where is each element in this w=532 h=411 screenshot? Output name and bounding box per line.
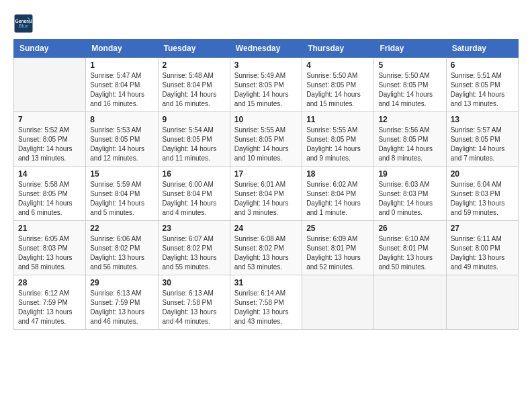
- day-info: Sunrise: 5:49 AMSunset: 8:05 PMDaylight:…: [234, 71, 298, 109]
- day-number: 10: [234, 115, 298, 124]
- calendar-cell: [374, 275, 446, 330]
- weekday-header: Sunday: [14, 40, 86, 58]
- day-info: Sunrise: 6:13 AMSunset: 7:59 PMDaylight:…: [90, 289, 153, 326]
- day-number: 11: [306, 115, 369, 124]
- day-number: 3: [234, 60, 298, 70]
- header-row: SundayMondayTuesdayWednesdayThursdayFrid…: [14, 40, 519, 58]
- calendar-cell: 23Sunrise: 6:07 AMSunset: 8:02 PMDayligh…: [158, 221, 230, 275]
- calendar-cell: 8Sunrise: 5:53 AMSunset: 8:05 PMDaylight…: [86, 112, 158, 167]
- day-number: 9: [163, 115, 226, 124]
- calendar-cell: 2Sunrise: 5:48 AMSunset: 8:04 PMDaylight…: [158, 58, 230, 112]
- weekday-header: Monday: [86, 40, 158, 58]
- day-number: 28: [18, 278, 81, 287]
- calendar-week-row: 1Sunrise: 5:47 AMSunset: 8:04 PMDaylight…: [14, 58, 519, 112]
- day-info: Sunrise: 6:13 AMSunset: 7:58 PMDaylight:…: [163, 289, 226, 326]
- day-info: Sunrise: 5:54 AMSunset: 8:05 PMDaylight:…: [163, 126, 226, 163]
- day-info: Sunrise: 5:53 AMSunset: 8:05 PMDaylight:…: [90, 126, 153, 163]
- day-number: 25: [306, 224, 369, 233]
- day-number: 4: [306, 60, 369, 70]
- day-number: 14: [18, 169, 81, 179]
- svg-text:Blue: Blue: [19, 24, 29, 28]
- day-info: Sunrise: 5:52 AMSunset: 8:05 PMDaylight:…: [18, 126, 81, 163]
- day-number: 22: [90, 224, 153, 233]
- day-info: Sunrise: 5:58 AMSunset: 8:05 PMDaylight:…: [18, 180, 81, 218]
- weekday-header: Friday: [374, 40, 446, 58]
- day-info: Sunrise: 6:03 AMSunset: 8:03 PMDaylight:…: [378, 180, 441, 218]
- weekday-header: Wednesday: [230, 40, 302, 58]
- page-header: General Blue: [13, 13, 519, 34]
- day-info: Sunrise: 6:04 AMSunset: 8:03 PMDaylight:…: [451, 180, 514, 218]
- calendar-cell: [302, 275, 374, 330]
- day-number: 29: [90, 278, 153, 287]
- calendar-cell: 10Sunrise: 5:55 AMSunset: 8:05 PMDayligh…: [230, 112, 302, 167]
- calendar-cell: 27Sunrise: 6:11 AMSunset: 8:00 PMDayligh…: [446, 221, 518, 275]
- calendar-cell: 3Sunrise: 5:49 AMSunset: 8:05 PMDaylight…: [230, 58, 302, 112]
- calendar-cell: 4Sunrise: 5:50 AMSunset: 8:05 PMDaylight…: [302, 58, 374, 112]
- calendar-cell: 30Sunrise: 6:13 AMSunset: 7:58 PMDayligh…: [158, 275, 230, 330]
- logo-icon: General Blue: [13, 13, 34, 34]
- day-info: Sunrise: 5:57 AMSunset: 8:05 PMDaylight:…: [451, 126, 514, 163]
- day-number: 8: [90, 115, 153, 124]
- day-number: 24: [234, 224, 298, 233]
- day-number: 13: [451, 115, 514, 124]
- day-info: Sunrise: 5:59 AMSunset: 8:04 PMDaylight:…: [90, 180, 153, 218]
- calendar-cell: 31Sunrise: 6:14 AMSunset: 7:58 PMDayligh…: [230, 275, 302, 330]
- day-info: Sunrise: 6:08 AMSunset: 8:02 PMDaylight:…: [234, 234, 298, 272]
- calendar-cell: 5Sunrise: 5:50 AMSunset: 8:05 PMDaylight…: [374, 58, 446, 112]
- day-number: 27: [451, 224, 514, 233]
- calendar-cell: 14Sunrise: 5:58 AMSunset: 8:05 PMDayligh…: [14, 167, 86, 221]
- day-number: 1: [90, 60, 153, 70]
- weekday-header: Thursday: [302, 40, 374, 58]
- day-number: 30: [163, 278, 226, 287]
- day-number: 7: [18, 115, 81, 124]
- day-number: 17: [234, 169, 298, 179]
- day-info: Sunrise: 5:51 AMSunset: 8:05 PMDaylight:…: [451, 71, 514, 109]
- calendar-cell: 15Sunrise: 5:59 AMSunset: 8:04 PMDayligh…: [86, 167, 158, 221]
- day-number: 12: [378, 115, 441, 124]
- day-info: Sunrise: 6:01 AMSunset: 8:04 PMDaylight:…: [234, 180, 298, 218]
- day-number: 19: [378, 169, 441, 179]
- day-number: 20: [451, 169, 514, 179]
- calendar-cell: [446, 275, 518, 330]
- day-number: 21: [18, 224, 81, 233]
- day-number: 5: [378, 60, 441, 70]
- calendar-cell: 18Sunrise: 6:02 AMSunset: 8:04 PMDayligh…: [302, 167, 374, 221]
- calendar-cell: 17Sunrise: 6:01 AMSunset: 8:04 PMDayligh…: [230, 167, 302, 221]
- day-info: Sunrise: 6:05 AMSunset: 8:03 PMDaylight:…: [18, 234, 81, 272]
- calendar-week-row: 7Sunrise: 5:52 AMSunset: 8:05 PMDaylight…: [14, 112, 519, 167]
- calendar-body: 1Sunrise: 5:47 AMSunset: 8:04 PMDaylight…: [14, 58, 519, 330]
- day-info: Sunrise: 6:14 AMSunset: 7:58 PMDaylight:…: [234, 289, 298, 326]
- day-info: Sunrise: 5:55 AMSunset: 8:05 PMDaylight:…: [234, 126, 298, 163]
- day-info: Sunrise: 6:07 AMSunset: 8:02 PMDaylight:…: [163, 234, 226, 272]
- calendar-cell: 29Sunrise: 6:13 AMSunset: 7:59 PMDayligh…: [86, 275, 158, 330]
- day-info: Sunrise: 6:00 AMSunset: 8:04 PMDaylight:…: [163, 180, 226, 218]
- calendar-cell: 28Sunrise: 6:12 AMSunset: 7:59 PMDayligh…: [14, 275, 86, 330]
- weekday-header: Saturday: [446, 40, 518, 58]
- day-info: Sunrise: 5:50 AMSunset: 8:05 PMDaylight:…: [306, 71, 369, 109]
- calendar-cell: 6Sunrise: 5:51 AMSunset: 8:05 PMDaylight…: [446, 58, 518, 112]
- calendar-cell: 26Sunrise: 6:10 AMSunset: 8:01 PMDayligh…: [374, 221, 446, 275]
- day-number: 6: [451, 60, 514, 70]
- calendar-cell: 22Sunrise: 6:06 AMSunset: 8:02 PMDayligh…: [86, 221, 158, 275]
- day-number: 15: [90, 169, 153, 179]
- day-info: Sunrise: 6:06 AMSunset: 8:02 PMDaylight:…: [90, 234, 153, 272]
- calendar-cell: 21Sunrise: 6:05 AMSunset: 8:03 PMDayligh…: [14, 221, 86, 275]
- day-number: 2: [163, 60, 226, 70]
- day-info: Sunrise: 5:55 AMSunset: 8:05 PMDaylight:…: [306, 126, 369, 163]
- calendar-cell: 7Sunrise: 5:52 AMSunset: 8:05 PMDaylight…: [14, 112, 86, 167]
- calendar-cell: 12Sunrise: 5:56 AMSunset: 8:05 PMDayligh…: [374, 112, 446, 167]
- calendar-cell: 25Sunrise: 6:09 AMSunset: 8:01 PMDayligh…: [302, 221, 374, 275]
- calendar-cell: 20Sunrise: 6:04 AMSunset: 8:03 PMDayligh…: [446, 167, 518, 221]
- day-info: Sunrise: 5:48 AMSunset: 8:04 PMDaylight:…: [163, 71, 226, 109]
- day-number: 23: [163, 224, 226, 233]
- day-info: Sunrise: 6:09 AMSunset: 8:01 PMDaylight:…: [306, 234, 369, 272]
- day-number: 26: [378, 224, 441, 233]
- calendar-cell: 9Sunrise: 5:54 AMSunset: 8:05 PMDaylight…: [158, 112, 230, 167]
- day-info: Sunrise: 5:50 AMSunset: 8:05 PMDaylight:…: [378, 71, 441, 109]
- calendar-week-row: 14Sunrise: 5:58 AMSunset: 8:05 PMDayligh…: [14, 167, 519, 221]
- calendar-cell: 19Sunrise: 6:03 AMSunset: 8:03 PMDayligh…: [374, 167, 446, 221]
- day-info: Sunrise: 6:12 AMSunset: 7:59 PMDaylight:…: [18, 289, 81, 326]
- day-number: 18: [306, 169, 369, 179]
- calendar-table: SundayMondayTuesdayWednesdayThursdayFrid…: [13, 39, 519, 330]
- calendar-cell: 1Sunrise: 5:47 AMSunset: 8:04 PMDaylight…: [86, 58, 158, 112]
